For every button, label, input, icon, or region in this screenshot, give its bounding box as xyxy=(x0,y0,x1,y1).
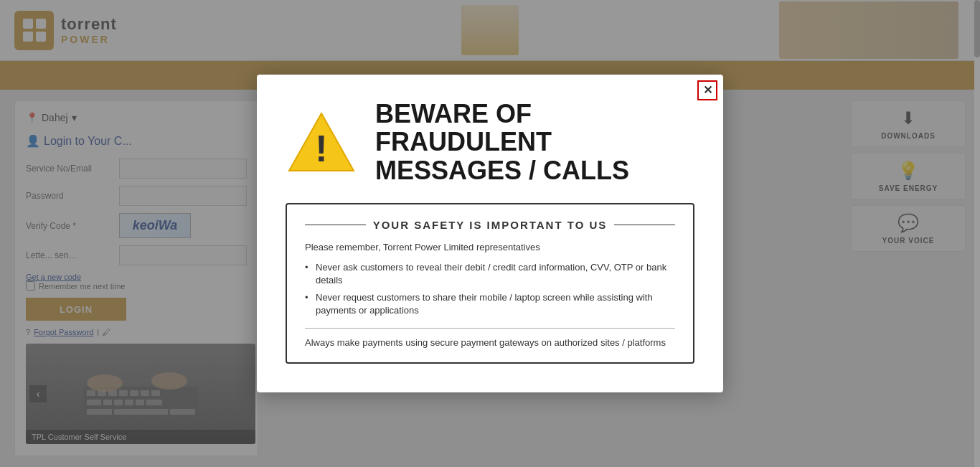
modal-header: ! BEWARE OF FRAUDULENT MESSAGES / CALLS xyxy=(286,100,694,185)
modal-safety-box: YOUR SAFETY IS IMPORTANT TO US Please re… xyxy=(286,203,694,364)
safety-list: Never ask customers to reveal their debi… xyxy=(305,261,675,318)
safety-bullet-1: Never ask customers to reveal their debi… xyxy=(305,261,675,287)
modal-title-text: BEWARE OF FRAUDULENT MESSAGES / CALLS xyxy=(375,100,694,185)
warning-triangle-icon: ! xyxy=(286,110,357,174)
safety-bullet-2: Never request customers to share their m… xyxy=(305,291,675,317)
safety-heading: YOUR SAFETY IS IMPORTANT TO US xyxy=(305,219,675,231)
svg-text:!: ! xyxy=(315,128,327,169)
safety-intro: Please remember, Torrent Power Limited r… xyxy=(305,242,675,253)
safety-divider xyxy=(305,328,675,329)
modal-overlay: ✕ ! BEWARE OF FRAUDULENT MESSAGES / CALL… xyxy=(0,0,980,467)
safety-footer: Always make payments using secure paymen… xyxy=(305,337,675,348)
fraud-warning-modal: ✕ ! BEWARE OF FRAUDULENT MESSAGES / CALL… xyxy=(257,75,723,393)
modal-close-button[interactable]: ✕ xyxy=(697,80,717,100)
modal-title: BEWARE OF FRAUDULENT MESSAGES / CALLS xyxy=(375,100,694,185)
